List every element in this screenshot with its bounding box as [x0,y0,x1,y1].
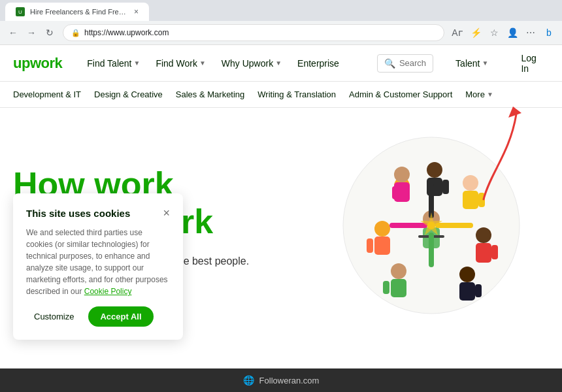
browser-chrome: U Hire Freelancers & Find Freelance Jobs… [0,0,562,45]
svg-rect-22 [367,238,373,253]
search-icon: 🔍 [384,58,395,69]
svg-rect-18 [391,279,406,297]
bottom-bar-domain: Followeran.com [259,376,320,385]
find-work-chevron: ▼ [199,59,206,67]
customize-button[interactable]: Customize [26,306,82,327]
svg-point-17 [391,263,406,279]
cookie-body-text: We and selected third parties use cookie… [26,227,170,297]
svg-rect-16 [475,284,482,297]
nav-find-work[interactable]: Find Work ▼ [149,54,212,73]
hero-image [340,134,549,317]
svg-point-14 [459,267,475,282]
why-upwork-chevron: ▼ [275,59,282,67]
lock-icon: 🔒 [71,29,80,37]
find-talent-chevron: ▼ [133,59,140,67]
globe-icon: 🌐 [243,375,254,385]
bing-icon[interactable]: b [541,25,557,41]
svg-point-20 [374,221,390,237]
cat-dev-it[interactable]: Development & IT [13,90,81,99]
cookie-title: This site uses cookies [26,208,130,219]
cat-admin[interactable]: Admin & Customer Support [349,90,452,99]
cat-design[interactable]: Design & Creative [94,90,163,99]
more-options-icon[interactable]: ⋯ [523,25,538,41]
tab-close-button[interactable]: × [134,7,139,16]
svg-rect-26 [433,235,444,238]
nav-find-talent[interactable]: Find Talent ▼ [80,54,146,73]
svg-point-11 [476,227,491,243]
people-illustration [340,134,523,317]
svg-point-2 [394,167,410,182]
search-bar[interactable]: 🔍 Search [377,54,433,73]
login-button[interactable]: Log In [510,49,546,78]
svg-rect-9 [463,191,478,209]
svg-rect-15 [459,282,475,301]
svg-rect-21 [374,237,390,255]
nav-why-upwork[interactable]: Why Upwork ▼ [215,54,288,73]
site-content: upwork Find Talent ▼ Find Work ▼ Why Upw… [0,45,562,392]
cookie-header: This site uses cookies × [26,206,170,220]
svg-rect-10 [478,193,485,207]
svg-rect-7 [442,180,449,194]
back-button[interactable]: ← [5,25,21,41]
browser-actions: Aᴦ ⚡ ☆ 👤 ⋯ b [450,25,557,41]
talent-dropdown[interactable]: Talent ▼ [449,54,495,73]
svg-rect-25 [418,235,430,238]
cookie-policy-link[interactable]: Cookie Policy [84,287,132,296]
translate-icon[interactable]: Aᴦ [450,25,465,41]
cat-writing[interactable]: Writing & Translation [257,90,336,99]
svg-rect-4 [392,186,399,199]
svg-marker-33 [508,106,521,118]
tab-bar: U Hire Freelancers & Find Freelance Jobs… [0,0,562,21]
cat-sales[interactable]: Sales & Marketing [176,90,245,99]
more-chevron: ▼ [487,91,493,98]
nav-items: Find Talent ▼ Find Work ▼ Why Upwork ▼ E… [80,54,346,73]
profile-icon[interactable]: 👤 [504,25,520,41]
cookie-close-button[interactable]: × [163,206,170,220]
upwork-logo[interactable]: upwork [13,55,62,72]
tab-title: Hire Freelancers & Find Freelance Jobs O… [30,8,129,16]
nav-buttons: ← → ↻ [5,25,58,41]
reload-button[interactable]: ↻ [42,25,58,41]
upwork-nav: upwork Find Talent ▼ Find Work ▼ Why Upw… [0,45,562,82]
address-bar[interactable]: 🔒 https://www.upwork.com [63,24,444,41]
browser-toolbar: ← → ↻ 🔒 https://www.upwork.com Aᴦ ⚡ ☆ 👤 … [0,21,562,44]
active-tab[interactable]: U Hire Freelancers & Find Freelance Jobs… [5,3,149,21]
svg-point-5 [427,162,442,178]
svg-point-8 [463,175,478,191]
bottom-bar: 🌐 Followeran.com [0,368,562,392]
search-placeholder: Search [399,58,426,68]
category-nav: Development & IT Design & Creative Sales… [0,82,562,108]
forward-button[interactable]: → [24,25,39,41]
bookmark-icon[interactable]: ☆ [486,25,502,41]
tab-favicon: U [16,7,25,16]
svg-rect-19 [383,281,389,294]
extensions-icon[interactable]: ⚡ [468,25,484,41]
cookie-buttons: Customize Accept All [26,306,170,327]
svg-rect-13 [491,245,498,259]
nav-enterprise[interactable]: Enterprise [291,54,346,73]
cookie-banner: This site uses cookies × We and selected… [13,193,183,340]
url-text: https://www.upwork.com [84,28,436,37]
cat-more[interactable]: More ▼ [465,90,493,99]
talent-chevron: ▼ [482,59,488,67]
accept-all-button[interactable]: Accept All [88,306,153,327]
svg-rect-12 [476,243,491,263]
